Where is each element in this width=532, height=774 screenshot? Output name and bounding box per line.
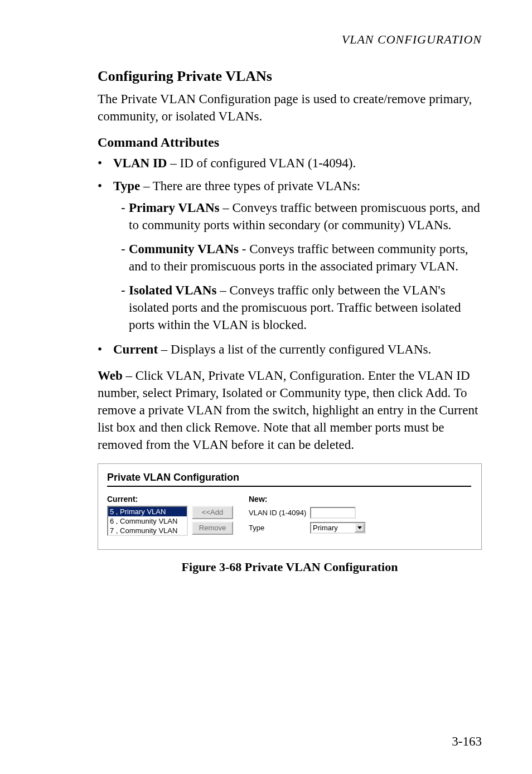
add-button[interactable]: <<Add [192, 506, 233, 519]
bold-text: Type [113, 179, 140, 193]
remove-button[interactable]: Remove [192, 521, 233, 535]
list-item[interactable]: 7 , Community VLAN [108, 526, 187, 535]
attributes-list: VLAN ID – ID of configured VLAN (1-4094)… [98, 154, 482, 357]
button-column: <<Add Remove [192, 506, 245, 536]
vlan-id-label: VLAN ID (1-4094) [249, 509, 309, 517]
attr-type: Type – There are three types of private … [113, 177, 482, 333]
figure-panel: Private VLAN Configuration Current: 5 , … [98, 463, 482, 550]
current-label: Current: [107, 495, 188, 504]
vlan-id-input[interactable] [310, 507, 356, 519]
page-number: 3-163 [452, 734, 482, 749]
type-label: Type [249, 524, 309, 532]
new-label: New: [249, 495, 471, 504]
text: – ID of configured VLAN (1-4094). [167, 156, 356, 170]
intro-paragraph: The Private VLAN Configuration page is u… [98, 90, 482, 125]
select-value: Primary [311, 524, 355, 532]
list-item[interactable]: 6 , Community VLAN [108, 516, 187, 526]
bold-text: Primary VLANs [129, 201, 219, 215]
text: – Displays a list of the currently confi… [158, 342, 431, 356]
panel-rule [107, 486, 471, 487]
bold-text: Web [98, 369, 123, 383]
bold-text: Community VLANs [129, 242, 239, 256]
sub-community: Community VLANs - Conveys traffic betwee… [121, 240, 482, 275]
bold-text: Isolated VLANs [129, 283, 216, 297]
attr-current: Current – Displays a list of the current… [113, 341, 482, 358]
text: – Click VLAN, Private VLAN, Configuratio… [98, 369, 478, 452]
current-column: Current: 5 , Primary VLAN 6 , Community … [107, 495, 188, 536]
new-column: New: VLAN ID (1-4094) Type Primary [249, 495, 471, 536]
web-paragraph: Web – Click VLAN, Private VLAN, Configur… [98, 367, 482, 453]
sub-isolated: Isolated VLANs – Conveys traffic only be… [121, 282, 482, 333]
current-listbox[interactable]: 5 , Primary VLAN 6 , Community VLAN 7 , … [107, 506, 188, 536]
attr-vlan-id: VLAN ID – ID of configured VLAN (1-4094)… [113, 154, 482, 172]
section-heading: Configuring Private VLANs [98, 68, 482, 85]
running-header: VLAN CONFIGURATION [98, 32, 482, 47]
type-row: Type Primary [249, 522, 471, 534]
config-grid: Current: 5 , Primary VLAN 6 , Community … [107, 495, 471, 536]
type-select[interactable]: Primary [310, 522, 366, 534]
list-item[interactable]: 5 , Primary VLAN [108, 507, 187, 516]
sub-primary: Primary VLANs – Conveys traffic between … [121, 199, 482, 234]
vlan-id-row: VLAN ID (1-4094) [249, 507, 471, 519]
chevron-down-icon[interactable] [355, 523, 365, 533]
type-sublist: Primary VLANs – Conveys traffic between … [113, 199, 482, 333]
panel-title: Private VLAN Configuration [107, 472, 471, 483]
text: – There are three types of private VLANs… [140, 179, 360, 193]
running-header-text: VLAN CONFIGURATION [342, 32, 482, 46]
bold-text: Current [113, 342, 158, 356]
figure-caption: Figure 3-68 Private VLAN Configuration [98, 560, 482, 574]
bold-text: VLAN ID [113, 156, 167, 170]
command-attributes-heading: Command Attributes [98, 135, 482, 150]
